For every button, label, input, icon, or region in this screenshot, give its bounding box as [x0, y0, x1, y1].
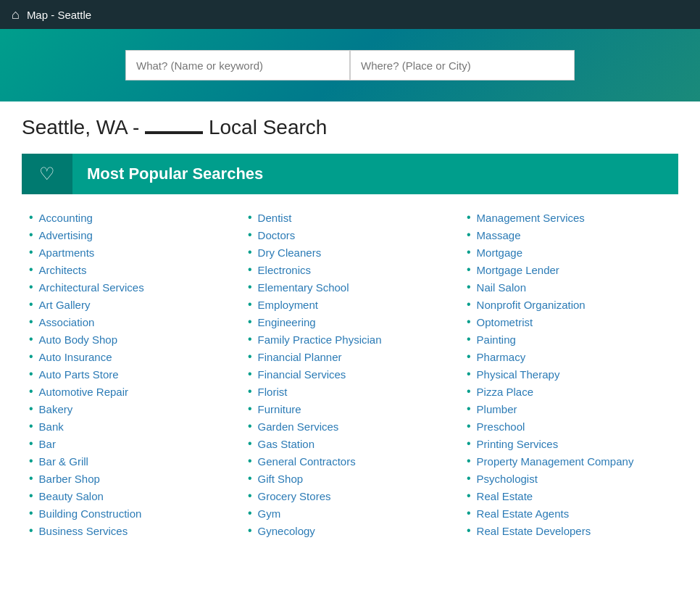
category-link[interactable]: Dentist: [258, 212, 292, 224]
list-item: Business Services: [29, 522, 233, 539]
category-link[interactable]: Business Services: [39, 525, 128, 537]
list-item: Architectural Services: [29, 278, 233, 296]
list-item: Grocery Stores: [248, 487, 452, 505]
category-link[interactable]: Gynecology: [258, 525, 315, 537]
category-link[interactable]: Real Estate: [477, 490, 533, 502]
category-link[interactable]: Engineering: [258, 316, 316, 328]
category-link[interactable]: Nonprofit Organization: [477, 299, 586, 311]
category-link[interactable]: Art Gallery: [39, 299, 91, 311]
col3-list: Management ServicesMassageMortgageMortga…: [467, 209, 671, 539]
category-link[interactable]: Physical Therapy: [477, 368, 560, 381]
category-link[interactable]: Plumber: [477, 403, 517, 415]
list-item: Electronics: [248, 261, 452, 278]
col2-list: DentistDoctorsDry CleanersElectronicsEle…: [248, 209, 452, 539]
list-item: Nonprofit Organization: [467, 296, 671, 313]
category-link[interactable]: Management Services: [477, 212, 585, 224]
category-link[interactable]: Bar & Grill: [39, 455, 88, 468]
category-link[interactable]: Auto Body Shop: [39, 333, 117, 346]
list-item: Gas Station: [248, 435, 452, 452]
where-search-input[interactable]: [350, 50, 575, 80]
list-item: Management Services: [467, 209, 671, 226]
list-item: Accounting: [29, 209, 233, 226]
category-link[interactable]: General Contractors: [258, 455, 356, 468]
list-item: Mortgage: [467, 244, 671, 261]
category-link[interactable]: Bar: [39, 438, 56, 450]
list-item: Psychologist: [467, 470, 671, 487]
category-link[interactable]: Electronics: [258, 264, 311, 276]
category-link[interactable]: Florist: [258, 386, 288, 398]
category-link[interactable]: Painting: [477, 333, 516, 346]
list-item: Nail Salon: [467, 278, 671, 296]
category-link[interactable]: Advertising: [39, 229, 93, 241]
category-link[interactable]: Financial Planner: [258, 351, 342, 363]
category-link[interactable]: Gym: [258, 507, 281, 520]
category-link[interactable]: Pharmacy: [477, 351, 526, 363]
category-link[interactable]: Gift Shop: [258, 473, 304, 485]
category-link[interactable]: Grocery Stores: [258, 490, 331, 502]
category-link[interactable]: Bank: [39, 420, 64, 433]
category-link[interactable]: Auto Parts Store: [39, 368, 119, 381]
category-link[interactable]: Property Management Company: [477, 455, 634, 468]
category-link[interactable]: Real Estate Agents: [477, 507, 570, 520]
list-item: Financial Planner: [248, 348, 452, 365]
category-link[interactable]: Building Construction: [39, 507, 142, 520]
page-title: Seattle, WA - Local Search: [22, 116, 327, 139]
category-link[interactable]: Mortgage: [477, 246, 522, 259]
category-column-3: Management ServicesMassageMortgageMortga…: [459, 209, 678, 539]
list-item: Physical Therapy: [467, 365, 671, 383]
category-link[interactable]: Printing Services: [477, 438, 559, 450]
list-item: Architects: [29, 261, 233, 278]
category-link[interactable]: Optometrist: [477, 316, 533, 328]
category-link[interactable]: Association: [39, 316, 95, 328]
category-link[interactable]: Architects: [39, 264, 87, 276]
category-link[interactable]: Bakery: [39, 403, 73, 415]
list-item: Financial Services: [248, 365, 452, 383]
list-item: Bakery: [29, 400, 233, 418]
category-link[interactable]: Accounting: [39, 212, 93, 224]
category-link[interactable]: Preschool: [477, 420, 525, 433]
category-link[interactable]: Nail Salon: [477, 281, 526, 294]
col1-list: AccountingAdvertisingApartmentsArchitect…: [29, 209, 233, 539]
category-link[interactable]: Financial Services: [258, 368, 346, 381]
category-link[interactable]: Beauty Salon: [39, 490, 104, 502]
list-item: General Contractors: [248, 452, 452, 470]
list-item: Property Management Company: [467, 452, 671, 470]
home-icon[interactable]: ⌂: [12, 7, 20, 22]
list-item: Association: [29, 313, 233, 331]
list-item: Dentist: [248, 209, 452, 226]
category-link[interactable]: Gas Station: [258, 438, 314, 450]
list-item: Building Construction: [29, 505, 233, 522]
category-link[interactable]: Barber Shop: [39, 473, 100, 485]
category-link[interactable]: Psychologist: [477, 473, 538, 485]
category-link[interactable]: Furniture: [258, 403, 301, 415]
category-link[interactable]: Employment: [258, 299, 318, 311]
list-item: Auto Parts Store: [29, 365, 233, 383]
list-item: Bar: [29, 435, 233, 452]
category-link[interactable]: Real Estate Developers: [477, 525, 591, 537]
category-link[interactable]: Architectural Services: [39, 281, 144, 294]
popular-searches-header: ♡ Most Popular Searches: [22, 154, 678, 194]
category-link[interactable]: Mortgage Lender: [477, 264, 559, 276]
category-link[interactable]: Doctors: [258, 229, 296, 241]
category-link[interactable]: Automotive Repair: [39, 386, 128, 398]
title-highlight: [145, 131, 203, 134]
list-item: Mortgage Lender: [467, 261, 671, 278]
category-link[interactable]: Auto Insurance: [39, 351, 112, 363]
list-item: Pizza Place: [467, 383, 671, 400]
list-item: Gift Shop: [248, 470, 452, 487]
category-link[interactable]: Pizza Place: [477, 386, 533, 398]
list-item: Preschool: [467, 418, 671, 435]
list-item: Printing Services: [467, 435, 671, 452]
category-link[interactable]: Elementary School: [258, 281, 349, 294]
category-link[interactable]: Dry Cleaners: [258, 246, 322, 259]
list-item: Employment: [248, 296, 452, 313]
category-link[interactable]: Garden Services: [258, 420, 339, 433]
category-link[interactable]: Apartments: [39, 246, 95, 259]
category-link[interactable]: Massage: [477, 229, 521, 241]
category-link[interactable]: Family Practice Physician: [258, 333, 382, 346]
list-item: Plumber: [467, 400, 671, 418]
list-item: Engineering: [248, 313, 452, 331]
categories-grid: AccountingAdvertisingApartmentsArchitect…: [22, 209, 678, 539]
what-search-input[interactable]: [125, 50, 350, 80]
heart-icon: ♡: [39, 164, 55, 184]
